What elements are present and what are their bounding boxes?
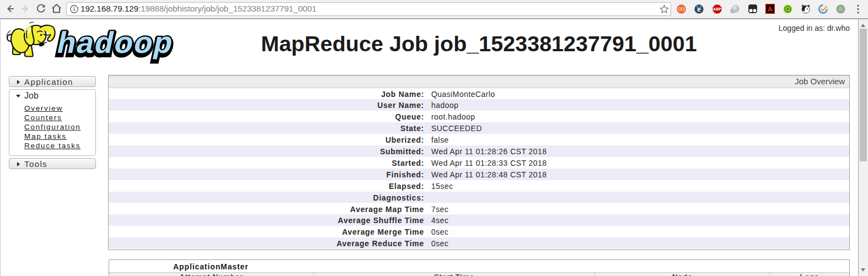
- svg-text:ABP: ABP: [713, 7, 721, 11]
- svg-text:e: e: [697, 4, 701, 13]
